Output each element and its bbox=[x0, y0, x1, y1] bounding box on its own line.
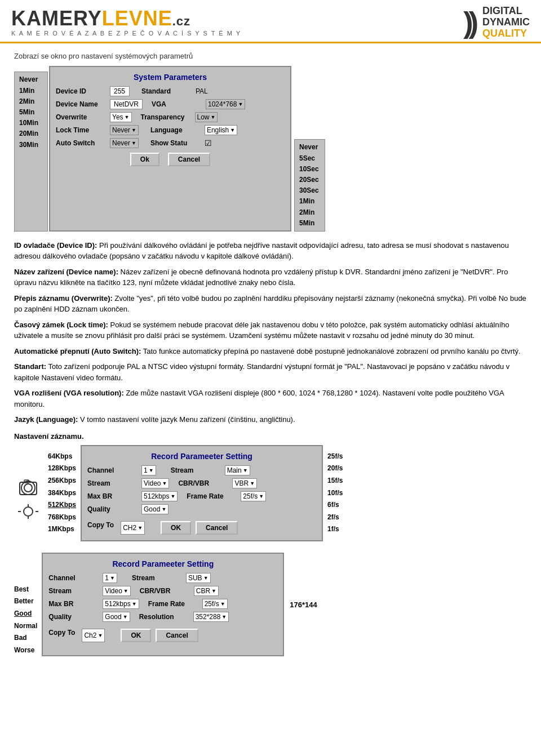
record2-cancel-button[interactable]: Cancel bbox=[156, 629, 198, 642]
camera-icon bbox=[14, 478, 42, 500]
overwrite-select[interactable]: Yes ▼ bbox=[110, 112, 132, 122]
record-stream-select[interactable]: Main ▼ bbox=[225, 465, 250, 475]
overwrite-arrow: ▼ bbox=[125, 114, 130, 120]
kbps-list: 64Kbps 128Kbps 256Kbps 384Kbps 512Kbps 7… bbox=[48, 451, 76, 536]
record2-resolution-arrow: ▼ bbox=[221, 614, 227, 620]
quality-item: Normal bbox=[14, 620, 37, 633]
record2-copyto-select[interactable]: Ch2 ▼ bbox=[82, 629, 105, 642]
system-ok-button[interactable]: Ok bbox=[130, 153, 159, 166]
record2-cbrvbr-select[interactable]: CBR ▼ bbox=[194, 586, 219, 596]
logo-subtitle: K A M E R O V É A Z A B E Z P E Č O V A … bbox=[11, 30, 241, 37]
record2-quality-select[interactable]: Good ▼ bbox=[103, 612, 130, 622]
body-p3: Přepis záznamu (Overwrite): Zvolte "yes"… bbox=[14, 293, 527, 315]
record1-cancel-button[interactable]: Cancel bbox=[196, 521, 238, 535]
record2-framerate-label: Frame Rate bbox=[148, 600, 199, 608]
device-name-value: NetDVR bbox=[110, 99, 143, 109]
record1-ok-button[interactable]: OK bbox=[161, 521, 191, 535]
record-channel-select[interactable]: 1 ▼ bbox=[141, 465, 156, 475]
quality-list: Best Better Good Normal Bad Worse bbox=[14, 553, 37, 657]
body-p3-label: Přepis záznamu (Overwrite): bbox=[14, 294, 113, 303]
dropdown-item[interactable]: Never bbox=[15, 74, 47, 85]
camera-icon-area bbox=[14, 456, 42, 541]
dropdown-item[interactable]: 5Min bbox=[295, 218, 325, 229]
dropdown-item[interactable]: 2Min bbox=[15, 96, 47, 107]
record-cbrvbr-select[interactable]: VBR ▼ bbox=[232, 478, 257, 488]
vga-value: 1024*768 bbox=[208, 100, 237, 108]
record2-quality-label: Quality bbox=[48, 613, 99, 621]
device-id-value: 255 bbox=[110, 86, 130, 96]
record2-stream2-select[interactable]: Video ▼ bbox=[103, 586, 130, 596]
record-quality-value: Good bbox=[144, 505, 160, 513]
standard-value: PAL bbox=[196, 87, 208, 95]
record2-maxbr-select[interactable]: 512kbps ▼ bbox=[103, 599, 139, 609]
auto-switch-select[interactable]: Never ▼ bbox=[110, 138, 139, 148]
dropdown-item[interactable]: 5Sec bbox=[295, 153, 325, 164]
language-value: English bbox=[207, 126, 229, 134]
logo-right: )) DIGITAL DYNAMIC QUALITY bbox=[463, 6, 530, 39]
record2-quality-arrow: ▼ bbox=[123, 614, 128, 620]
transparency-select[interactable]: Low ▼ bbox=[195, 112, 218, 122]
page-header: KAMERYLEVNE.cz K A M E R O V É A Z A B E… bbox=[0, 0, 541, 43]
record-title-2: Record Parameeter Setting bbox=[48, 559, 277, 568]
record2-stream2-arrow: ▼ bbox=[123, 588, 128, 594]
param-row-device-name: Device Name NetDVR VGA 1024*768 ▼ bbox=[56, 99, 285, 109]
dropdown-item[interactable]: 1Min bbox=[15, 86, 47, 96]
dropdown-item[interactable]: 1Min bbox=[295, 196, 325, 207]
dropdown-item[interactable]: 20Min bbox=[15, 128, 47, 139]
transparency-arrow: ▼ bbox=[211, 114, 216, 120]
dropdown-list-time2[interactable]: Never 5Sec 10Sec 20Sec 30Sec 1Min 2Min 5… bbox=[294, 139, 325, 232]
vga-select[interactable]: 1024*768 ▼ bbox=[206, 99, 245, 109]
fps-item: 2f/s bbox=[327, 512, 343, 524]
dropdown-item[interactable]: 2Min bbox=[295, 207, 325, 218]
record2-resolution-label: Resolution bbox=[139, 613, 190, 621]
record2-ok-button[interactable]: OK bbox=[121, 629, 151, 642]
dropdown-item[interactable]: 10Sec bbox=[295, 164, 325, 175]
show-status-checkbox[interactable]: ☑ bbox=[205, 139, 212, 148]
dropdown-item[interactable]: 30Sec bbox=[295, 185, 325, 196]
record-box-2: Record Parameeter Setting Channel 1 ▼ St… bbox=[42, 553, 284, 657]
quality-arrow: ▼ bbox=[161, 506, 166, 512]
vga-dropdown-arrow: ▼ bbox=[238, 101, 243, 107]
dropdown-item[interactable]: Never bbox=[295, 142, 325, 153]
record2-framerate-select[interactable]: 25f/s ▼ bbox=[202, 599, 228, 609]
body-p4-label: Časový zámek (Lock time): bbox=[14, 321, 108, 329]
transparency-label: Transparency bbox=[141, 113, 192, 121]
framerate-arrow: ▼ bbox=[259, 493, 264, 499]
lock-time-select[interactable]: Never ▼ bbox=[110, 125, 139, 135]
logo-dd-icon: )) bbox=[463, 8, 477, 37]
record2-row-stream2: Stream Video ▼ CBR/VBR CBR ▼ bbox=[48, 586, 277, 596]
body-p6-text: Toto zařízení podporuje PAL a NTSC video… bbox=[14, 362, 509, 382]
dropdown-item[interactable]: 10Min bbox=[15, 118, 47, 128]
record-framerate-select[interactable]: 25f/s ▼ bbox=[241, 491, 266, 501]
dropdown-item[interactable]: 20Sec bbox=[295, 175, 325, 185]
record-maxbr-label: Max BR bbox=[87, 492, 138, 500]
logo-kamery: KAMERY bbox=[11, 7, 102, 30]
record2-channel-select[interactable]: 1 ▼ bbox=[103, 573, 117, 583]
record-channel-label: Channel bbox=[87, 466, 138, 474]
quality-item: Best bbox=[14, 584, 37, 596]
auto-switch-label: Auto Switch bbox=[56, 139, 107, 147]
record2-quality-value: Good bbox=[105, 613, 121, 621]
language-select[interactable]: English ▼ bbox=[205, 125, 237, 135]
record1-buttons: Copy To CH2 ▼ OK Cancel bbox=[87, 521, 316, 535]
transparency-value: Low bbox=[197, 113, 210, 121]
record2-stream-select[interactable]: SUB ▼ bbox=[186, 573, 211, 583]
record2-framerate-value: 25f/s bbox=[205, 600, 219, 608]
copyto-select[interactable]: CH2 ▼ bbox=[121, 521, 145, 535]
system-cancel-button[interactable]: Cancel bbox=[168, 153, 210, 166]
record-stream2-select[interactable]: Video ▼ bbox=[141, 478, 169, 488]
logo-digital: DIGITAL bbox=[482, 6, 530, 17]
record2-resolution-select[interactable]: 352*288 ▼ bbox=[193, 612, 229, 622]
dropdown-item[interactable]: 30Min bbox=[15, 140, 47, 150]
auto-switch-value: Never bbox=[112, 139, 130, 147]
fps-item: 20f/s bbox=[327, 463, 343, 475]
overwrite-label: Overwrite bbox=[56, 113, 107, 121]
record-quality-select[interactable]: Good ▼ bbox=[141, 504, 168, 514]
body-p8-label: Jazyk (Language): bbox=[14, 415, 78, 424]
record-stream-value: Main bbox=[227, 466, 242, 474]
intro-text: Zobrazí se okno pro nastavení systémovýc… bbox=[14, 52, 527, 60]
copyto-value: CH2 bbox=[123, 524, 136, 532]
record-maxbr-select[interactable]: 512kbps ▼ bbox=[141, 491, 178, 501]
dropdown-list-time1[interactable]: Never 1Min 2Min 5Min 10Min 20Min 30Min bbox=[14, 72, 48, 232]
dropdown-item[interactable]: 5Min bbox=[15, 107, 47, 118]
